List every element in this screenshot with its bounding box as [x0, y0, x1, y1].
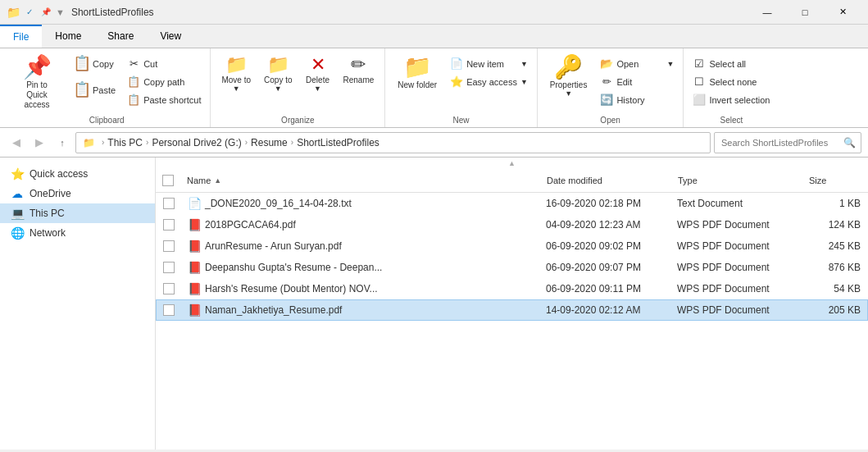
table-row[interactable]: 📕 Harsh's Resume (Doubt Mentor) NOV... 0… [156, 278, 868, 299]
row-2-size: 245 KB [802, 237, 867, 255]
select-none-icon: ☐ [693, 75, 706, 88]
breadcrumb-this-pc[interactable]: This PC [107, 137, 143, 148]
copy-path-button[interactable]: 📋 Copy path [123, 73, 205, 90]
search-input[interactable] [721, 138, 841, 148]
table-row[interactable]: 📕 Deepanshu Gupta's Resume - Deepan... 0… [156, 257, 868, 278]
paste-shortcut-button[interactable]: 📋 Paste shortcut [123, 91, 205, 108]
up-button[interactable]: ↑ [52, 133, 72, 153]
row-4-check[interactable] [157, 280, 181, 298]
back-button[interactable]: ◀ [7, 133, 26, 153]
select-all-button[interactable]: ☑ Select all [688, 55, 774, 72]
checkbox-5[interactable] [163, 304, 175, 316]
row-3-type: WPS PDF Document [670, 258, 802, 276]
row-4-name: 📕 Harsh's Resume (Doubt Mentor) NOV... [181, 280, 539, 298]
row-2-name: 📕 ArunResume - Arun Suryan.pdf [181, 237, 539, 255]
col-date[interactable]: Date modified [540, 172, 671, 189]
forward-button[interactable]: ▶ [30, 133, 49, 153]
select-section: ☑ Select all ☐ Select none ⬜ Invert sele… [684, 48, 779, 127]
history-button[interactable]: 🔄 History [596, 91, 678, 108]
paste-shortcut-label: Paste shortcut [143, 95, 201, 105]
tab-share[interactable]: Share [94, 25, 147, 48]
open-small-group: 📂 Open ▼ ✏ Edit 🔄 History [596, 52, 678, 108]
delete-arrow: ▼ [314, 84, 321, 93]
organize-content: 📁 Move to ▼ 📁 Copy to ▼ ✕ Delete ▼ ✏ Ren… [216, 52, 379, 114]
address-bar: ◀ ▶ ↑ 📁 › This PC › Personal Drive2 (G:)… [0, 128, 868, 158]
sidebar-item-this-pc[interactable]: 💻 This PC [0, 203, 155, 223]
delete-icon: ✕ [311, 56, 325, 74]
new-item-button[interactable]: 📄 New item ▼ [446, 55, 532, 72]
onedrive-label: OneDrive [30, 188, 71, 199]
tab-home[interactable]: Home [42, 25, 94, 48]
minimize-button[interactable]: — [748, 0, 786, 25]
tab-view[interactable]: View [147, 25, 194, 48]
row-0-size: 1 KB [802, 194, 867, 212]
clipboard-content: 📌 Pin to Quick access 📋 Copy 📋 Paste [8, 52, 205, 114]
new-folder-button[interactable]: 📁 New folder [390, 52, 444, 94]
paste-button[interactable]: 📋 Paste [67, 78, 121, 103]
rename-button[interactable]: ✏ Rename [338, 52, 380, 89]
pin-to-quick-access-button[interactable]: 📌 Pin to Quick access [8, 52, 66, 114]
row-5-check[interactable] [157, 301, 181, 319]
col-size[interactable]: Size [802, 172, 868, 189]
checkbox-2[interactable] [163, 240, 175, 252]
copy-to-button[interactable]: 📁 Copy to ▼ [258, 52, 298, 97]
checkbox-4[interactable] [163, 283, 175, 294]
properties-button[interactable]: 🔑 Properties ▼ [543, 52, 595, 102]
paste-shortcut-icon: 📋 [127, 94, 140, 106]
easy-access-button[interactable]: ⭐ Easy access ▼ [446, 73, 532, 90]
copy-button[interactable]: 📋 Copy [67, 52, 121, 76]
header-checkbox[interactable] [162, 175, 174, 186]
row-5-name: 📕 Naman_Jakhetiya_Resume.pdf [181, 301, 539, 319]
pin-label: Pin to Quick access [16, 80, 58, 110]
checkbox-1[interactable] [163, 219, 175, 231]
delete-button[interactable]: ✕ Delete ▼ [300, 52, 336, 97]
close-button[interactable]: ✕ [824, 0, 861, 25]
breadcrumb-shortlisted[interactable]: ShortListedProfiles [297, 137, 379, 148]
file-1-name: 2018PGCACA64.pdf [205, 219, 296, 231]
table-row[interactable]: 📕 Naman_Jakhetiya_Resume.pdf 14-09-2020 … [156, 299, 868, 321]
table-row[interactable]: 📕 ArunResume - Arun Suryan.pdf 06-09-202… [156, 235, 868, 257]
easy-access-icon: ⭐ [450, 75, 463, 88]
title-bar: 📁 ✓ 📌 ▼ ShortListedProfiles — □ ✕ [0, 0, 868, 25]
paste-icon: 📋 [73, 82, 91, 97]
invert-selection-button[interactable]: ⬜ Invert selection [688, 91, 774, 108]
file-4-icon: 📕 [188, 282, 202, 295]
sidebar-item-network[interactable]: 🌐 Network [0, 223, 155, 243]
sidebar: ⭐ Quick access ☁ OneDrive 💻 This PC 🌐 Ne… [0, 158, 156, 450]
new-item-label: New item [466, 59, 504, 69]
checkbox-0[interactable] [163, 198, 175, 209]
col-type-label: Type [678, 176, 698, 185]
table-row[interactable]: 📕 2018PGCACA64.pdf 04-09-2020 12:23 AM W… [156, 214, 868, 235]
breadcrumb-drive[interactable]: Personal Drive2 (G:) [152, 137, 241, 148]
file-5-icon: 📕 [188, 304, 202, 317]
quick-access-icon: ⭐ [10, 167, 25, 180]
breadcrumb-resume[interactable]: Resume [251, 137, 288, 148]
row-1-check[interactable] [157, 216, 181, 234]
cut-button[interactable]: ✂ Cut [123, 55, 205, 72]
search-icon: 🔍 [843, 137, 856, 148]
tab-file[interactable]: File [0, 25, 42, 48]
move-to-button[interactable]: 📁 Move to ▼ [216, 52, 257, 97]
paste-label: Paste [93, 85, 116, 95]
sidebar-item-onedrive[interactable]: ☁ OneDrive [0, 184, 155, 203]
row-3-name: 📕 Deepanshu Gupta's Resume - Deepan... [181, 258, 539, 276]
row-2-check[interactable] [157, 237, 181, 255]
checkbox-3[interactable] [163, 262, 175, 273]
breadcrumb-bar[interactable]: 📁 › This PC › Personal Drive2 (G:) › Res… [75, 132, 711, 153]
search-bar[interactable]: 🔍 [714, 132, 861, 153]
row-0-check[interactable] [157, 194, 181, 212]
sidebar-item-quick-access[interactable]: ⭐ Quick access [0, 164, 155, 184]
select-none-button[interactable]: ☐ Select none [688, 73, 774, 90]
maximize-button[interactable]: □ [786, 0, 824, 25]
col-name[interactable]: Name ▲ [180, 172, 540, 189]
cut-icon: ✂ [127, 57, 140, 70]
col-type[interactable]: Type [671, 172, 802, 189]
this-pc-label: This PC [30, 208, 65, 219]
open-button[interactable]: 📂 Open ▼ [596, 55, 678, 72]
row-3-check[interactable] [157, 258, 181, 276]
table-row[interactable]: 📄 _DONE2020_09_16_14-04-28.txt 16-09-202… [156, 193, 868, 214]
invert-selection-label: Invert selection [709, 95, 770, 105]
edit-button[interactable]: ✏ Edit [596, 73, 678, 90]
breadcrumb-sep-3: › [291, 138, 293, 147]
breadcrumb-folder-icon: 📁 [83, 137, 95, 148]
